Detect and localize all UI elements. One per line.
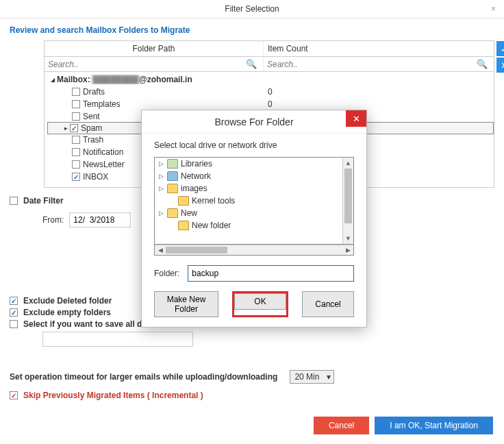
folder-item: New folder [155,219,342,232]
checkbox[interactable] [72,160,80,169]
network-icon [167,171,178,181]
close-icon[interactable]: × [491,4,496,14]
ok-button-highlight: OK [232,291,288,317]
review-title: Review and search Mailbox Folders to Mig… [10,25,494,35]
folder-item: Libraries [155,158,342,170]
save-all-checkbox[interactable] [10,320,18,328]
folder-input-row: Folder: [154,265,354,282]
scroll-thumb-h[interactable] [166,247,227,254]
expander-icon[interactable] [158,173,164,180]
timeout-row: Set operation timeout for larger emails … [10,370,494,384]
table-header: Folder Path Item Count [45,41,494,57]
browse-label: Select local drive or network drive [154,140,354,150]
skip-row: Skip Previously Migrated Items ( Increme… [10,391,494,400]
expander-icon[interactable] [158,185,164,192]
clear-all-icon[interactable]: ✕ [496,58,504,73]
from-label: From: [42,215,64,225]
browse-title: Browse For Folder [214,116,293,127]
date-filter-checkbox[interactable] [10,197,18,205]
folder-icon [167,184,178,193]
folder-tree[interactable]: Libraries Network images Kernel tools Ne… [155,158,342,244]
expander-icon[interactable] [49,75,57,84]
checkbox[interactable] [72,173,80,181]
cancel-button[interactable]: Cancel [314,417,369,434]
window-header: Filter Selection × [0,0,504,18]
browse-dialog-buttons: Make New Folder OK Cancel [154,291,354,317]
checkbox[interactable] [70,124,78,132]
scroll-up-icon[interactable]: ▲ [343,158,353,169]
from-date-input[interactable] [69,212,131,227]
folder-item: Network [155,170,342,182]
scroll-thumb[interactable] [344,169,352,223]
select-all-icon[interactable]: ✓ [496,41,504,56]
window-title: Filter Selection [225,4,279,14]
ok-button[interactable]: OK [234,293,286,310]
folder-name-input[interactable] [188,265,354,282]
scrollbar-horizontal[interactable]: ◀ ▶ [154,245,354,256]
browse-header: Browse For Folder ✕ [142,110,366,134]
side-actions: ✓ ✕ [496,41,504,74]
date-filter-label: Date Filter [23,196,64,206]
save-path-input[interactable] [42,332,193,347]
search-icon[interactable]: 🔍 [243,59,260,69]
mailbox-row[interactable]: Mailbox: ████████@zohomail.in [47,73,494,86]
search-count-input[interactable] [267,60,474,69]
checkbox[interactable] [72,136,80,144]
checkbox[interactable] [72,88,80,96]
expander-icon[interactable] [158,210,164,217]
browse-close-icon[interactable]: ✕ [346,110,366,127]
scroll-left-icon[interactable]: ◀ [155,247,166,254]
search-row: 🔍 🔍 [45,57,494,72]
libraries-icon [167,159,178,169]
exclude-deleted-checkbox[interactable] [10,297,18,305]
skip-checkbox[interactable] [10,391,18,399]
email-blurred: ████████ [92,75,139,84]
row-pointer-icon [62,124,70,132]
browse-folder-dialog: Browse For Folder ✕ Select local drive o… [141,110,367,328]
folder-item: images [155,182,342,195]
bottom-buttons: Cancel I am OK, Start Migration [314,417,493,434]
folder-icon [167,208,178,218]
checkbox[interactable] [72,112,80,121]
scrollbar-vertical[interactable]: ▲ ▼ [342,158,353,244]
search-icon[interactable]: 🔍 [474,59,490,69]
timeout-select[interactable]: 20 Min [290,370,334,384]
search-path-input[interactable] [48,60,243,69]
scroll-down-icon[interactable]: ▼ [343,233,353,244]
folder-icon [178,221,189,230]
col-header-count[interactable]: Item Count [264,41,494,56]
folder-item: Kernel tools [155,195,342,207]
make-new-folder-button[interactable]: Make New Folder [154,291,218,317]
folder-item: New [155,207,342,219]
start-migration-button[interactable]: I am OK, Start Migration [375,417,493,434]
folder-label: Folder: [154,269,179,278]
folder-tree-container: Libraries Network images Kernel tools Ne… [154,157,354,256]
scroll-right-icon[interactable]: ▶ [342,247,353,254]
folder-icon [178,196,189,206]
col-header-path[interactable]: Folder Path [45,41,264,56]
exclude-empty-checkbox[interactable] [10,308,18,317]
table-row[interactable]: Templates 0 [47,98,494,110]
browse-cancel-button[interactable]: Cancel [302,291,354,317]
table-row[interactable]: Drafts 0 [47,86,494,98]
checkbox[interactable] [72,100,80,108]
expander-icon[interactable] [158,160,164,167]
checkbox[interactable] [72,148,80,156]
